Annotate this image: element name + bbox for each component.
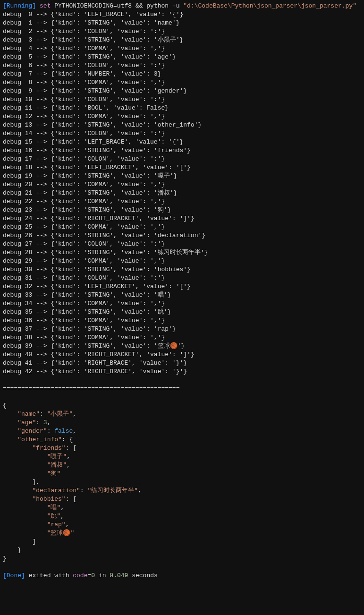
debug-line: debug 42 --> {'kind': 'RIGHT_BRACE', 'va… bbox=[3, 367, 361, 376]
json-token-punct: , bbox=[138, 487, 142, 494]
json-line: "嘎子", bbox=[3, 453, 361, 461]
json-token-punct: { bbox=[3, 402, 7, 409]
done-exited: exited with bbox=[29, 572, 69, 579]
done-time: 0.049 bbox=[110, 572, 128, 579]
json-token-str: "潘叔" bbox=[47, 461, 67, 469]
json-token-key: "friends" bbox=[32, 444, 65, 452]
done-tag: [Done] bbox=[3, 572, 25, 579]
done-in: in bbox=[99, 572, 106, 579]
json-token-punct: ] bbox=[32, 538, 36, 545]
debug-line: debug 24 --> {'kind': 'RIGHT_BRACKET', '… bbox=[3, 214, 361, 223]
json-line: ] bbox=[3, 538, 361, 546]
debug-line: debug 20 --> {'kind': 'COMMA', 'value': … bbox=[3, 180, 361, 189]
debug-line: debug 7 --> {'kind': 'NUMBER', 'value': … bbox=[3, 70, 361, 78]
debug-line: debug 1 --> {'kind': 'STRING', 'value': … bbox=[3, 19, 361, 27]
debug-line: debug 34 --> {'kind': 'COMMA', 'value': … bbox=[3, 299, 361, 308]
json-token-punct: : { bbox=[62, 436, 73, 443]
json-token-key: "gender" bbox=[17, 427, 47, 435]
json-token-punct: : bbox=[36, 419, 43, 426]
debug-line: debug 17 --> {'kind': 'COLON', 'value': … bbox=[3, 155, 361, 163]
done-footer: [Done] exited with code=0 in 0.049 secon… bbox=[3, 572, 361, 580]
json-token-punct: , bbox=[67, 461, 70, 469]
debug-line: debug 3 --> {'kind': 'STRING', 'value': … bbox=[3, 36, 361, 44]
json-token-punct: : [ bbox=[66, 444, 76, 452]
json-token-key: "other_info" bbox=[17, 436, 62, 443]
json-token-str: "rap" bbox=[47, 521, 66, 528]
json-line: "declaration": "练习时长两年半", bbox=[3, 487, 361, 495]
done-code-word: code bbox=[73, 572, 87, 579]
json-line: "潘叔", bbox=[3, 461, 361, 470]
debug-line: debug 6 --> {'kind': 'COLON', 'value': '… bbox=[3, 61, 361, 70]
json-token-str: "狗" bbox=[47, 470, 61, 477]
debug-output: debug 0 --> {'kind': 'LEFT_BRACE', 'valu… bbox=[3, 10, 361, 376]
json-token-punct: , bbox=[47, 419, 51, 426]
json-token-str: "练习时长两年半" bbox=[87, 487, 138, 494]
json-token-punct: , bbox=[73, 410, 76, 418]
json-token-punct: : bbox=[47, 427, 55, 435]
json-token-key: "hobbies" bbox=[32, 495, 65, 503]
done-code-val: 0 bbox=[91, 572, 95, 579]
debug-line: debug 12 --> {'kind': 'COMMA', 'value': … bbox=[3, 112, 361, 121]
debug-line: debug 36 --> {'kind': 'COMMA', 'value': … bbox=[3, 316, 361, 325]
debug-line: debug 31 --> {'kind': 'COLON', 'value': … bbox=[3, 274, 361, 282]
debug-line: debug 13 --> {'kind': 'STRING', 'value':… bbox=[3, 121, 361, 129]
terminal-output: [Running] set PYTHONIOENCODING=utf8 && p… bbox=[3, 2, 361, 580]
json-token-str: "嘎子" bbox=[47, 453, 67, 460]
debug-line: debug 40 --> {'kind': 'RIGHT_BRACKET', '… bbox=[3, 350, 361, 359]
debug-line: debug 41 --> {'kind': 'RIGHT_BRACE', 'va… bbox=[3, 359, 361, 367]
cmd-path: "d:\CodeBase\Python\json_parser\json_par… bbox=[183, 2, 356, 9]
debug-line: debug 39 --> {'kind': 'STRING', 'value':… bbox=[3, 342, 361, 350]
json-line: "other_info": { bbox=[3, 436, 361, 444]
json-line: { bbox=[3, 401, 361, 410]
blank-line bbox=[3, 393, 361, 401]
debug-line: debug 35 --> {'kind': 'STRING', 'value':… bbox=[3, 308, 361, 316]
debug-line: debug 32 --> {'kind': 'LEFT_BRACKET', 'v… bbox=[3, 282, 361, 291]
debug-line: debug 10 --> {'kind': 'COLON', 'value': … bbox=[3, 95, 361, 104]
json-output: { "name": "小黑子", "age": 3, "gender": fal… bbox=[3, 401, 361, 563]
json-line: "gender": false, bbox=[3, 427, 361, 436]
debug-line: debug 25 --> {'kind': 'COMMA', 'value': … bbox=[3, 223, 361, 231]
debug-line: debug 30 --> {'kind': 'STRING', 'value':… bbox=[3, 265, 361, 274]
blank-line bbox=[3, 376, 361, 384]
json-line: "hobbies": [ bbox=[3, 495, 361, 504]
json-token-str: "篮球🏀" bbox=[47, 530, 75, 537]
debug-line: debug 18 --> {'kind': 'LEFT_BRACKET', 'v… bbox=[3, 163, 361, 172]
debug-line: debug 9 --> {'kind': 'STRING', 'value': … bbox=[3, 87, 361, 95]
debug-line: debug 26 --> {'kind': 'STRING', 'value':… bbox=[3, 231, 361, 240]
json-line: "friends": [ bbox=[3, 444, 361, 453]
json-token-bool: false bbox=[54, 427, 73, 435]
debug-line: debug 2 --> {'kind': 'COLON', 'value': '… bbox=[3, 27, 361, 36]
debug-line: debug 38 --> {'kind': 'COMMA', 'value': … bbox=[3, 333, 361, 342]
json-token-key: "name" bbox=[17, 410, 40, 418]
debug-line: debug 0 --> {'kind': 'LEFT_BRACE', 'valu… bbox=[3, 10, 361, 19]
json-token-punct: : [ bbox=[66, 495, 76, 503]
debug-line: debug 23 --> {'kind': 'STRING', 'value':… bbox=[3, 206, 361, 214]
debug-line: debug 33 --> {'kind': 'STRING', 'value':… bbox=[3, 291, 361, 299]
json-line: } bbox=[3, 555, 361, 563]
json-token-punct: ], bbox=[32, 478, 40, 486]
debug-line: debug 21 --> {'kind': 'STRING', 'value':… bbox=[3, 189, 361, 197]
debug-line: debug 22 --> {'kind': 'COMMA', 'value': … bbox=[3, 197, 361, 206]
debug-line: debug 14 --> {'kind': 'COLON', 'value': … bbox=[3, 129, 361, 138]
json-token-key: "age" bbox=[17, 419, 36, 426]
json-token-punct: } bbox=[3, 555, 7, 562]
debug-line: debug 5 --> {'kind': 'STRING', 'value': … bbox=[3, 53, 361, 61]
json-line: "rap", bbox=[3, 521, 361, 529]
json-token-punct: , bbox=[60, 512, 64, 520]
running-tag: [Running] bbox=[3, 2, 36, 9]
debug-line: debug 19 --> {'kind': 'STRING', 'value':… bbox=[3, 172, 361, 180]
json-token-punct: , bbox=[60, 504, 64, 511]
json-line: "跳", bbox=[3, 512, 361, 521]
json-token-str: "唱" bbox=[47, 504, 61, 511]
json-token-str: "小黑子" bbox=[47, 410, 73, 418]
cmd-env: PYTHONIOENCODING=utf8 && python -u bbox=[54, 2, 179, 9]
json-token-punct: , bbox=[73, 427, 76, 435]
json-line: "唱", bbox=[3, 504, 361, 512]
json-token-str: "跳" bbox=[47, 512, 61, 520]
debug-line: debug 28 --> {'kind': 'STRING', 'value':… bbox=[3, 248, 361, 257]
json-line: "name": "小黑子", bbox=[3, 410, 361, 419]
json-line: } bbox=[3, 546, 361, 555]
json-line: "狗" bbox=[3, 470, 361, 478]
debug-line: debug 4 --> {'kind': 'COMMA', 'value': '… bbox=[3, 44, 361, 53]
debug-line: debug 37 --> {'kind': 'STRING', 'value':… bbox=[3, 325, 361, 333]
